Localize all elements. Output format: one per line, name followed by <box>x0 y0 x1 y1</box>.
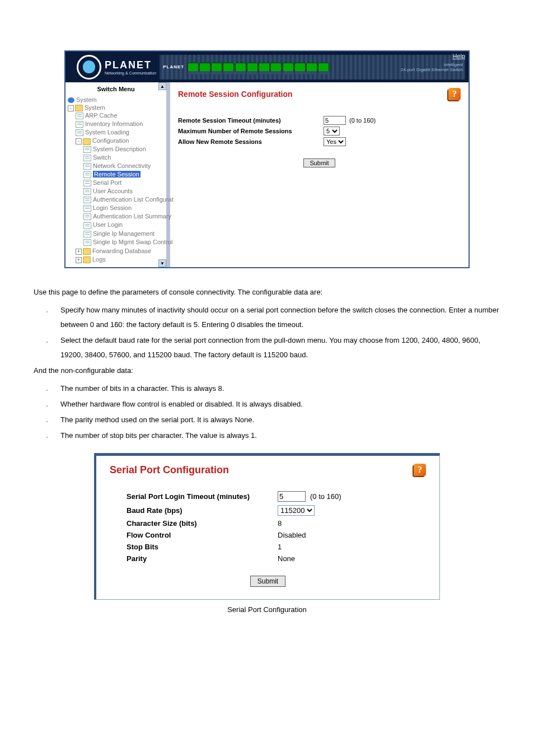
scroll-up-icon[interactable]: ▲ <box>158 82 166 90</box>
timeout-input[interactable] <box>278 491 306 502</box>
flow-label: Flow Control <box>110 531 278 539</box>
logo-subtext: Networking & Communication <box>105 71 156 75</box>
page-title: Remote Session Configuration <box>178 90 293 99</box>
flow-value: Disabled <box>278 531 306 539</box>
tree-forwarding-db[interactable]: +Forwarding Database <box>76 247 165 255</box>
tree-logs[interactable]: +Logs <box>76 255 165 264</box>
intro-text: Use this page to define the parameters o… <box>34 285 500 300</box>
globe-icon <box>77 55 101 80</box>
tree-single-ip-swap[interactable]: Single Ip Mgmt Swap Control <box>83 238 165 246</box>
tree-label: System Description <box>93 146 146 152</box>
tree-remote-session[interactable]: Remote Session <box>83 170 165 179</box>
tree-label: ARP Cache <box>85 112 117 119</box>
bullet-icon: ◦ <box>34 333 60 362</box>
help-icon[interactable]: ? <box>448 88 461 100</box>
nonconfig-item: Whether hardware flow control is enabled… <box>60 397 500 412</box>
switch-menu-title: Switch Menu <box>67 85 165 96</box>
timeout-range: (0 to 160) <box>349 117 376 124</box>
tree-system-description[interactable]: System Description <box>83 145 165 153</box>
bullet-icon: ◦ <box>34 381 60 396</box>
tree-configuration[interactable]: -Configuration System Description Switch… <box>76 137 165 246</box>
port-icon <box>199 63 210 72</box>
sidebar: ▲ Switch Menu System -System ARP Cache I… <box>65 82 170 267</box>
tree-inventory[interactable]: Inventory Information <box>76 120 165 128</box>
configurable-item: Select the default baud rate for the ser… <box>60 333 500 362</box>
tree-label: Authentication List Configurat <box>93 196 174 203</box>
nonconfig-intro: And the non-configurable data: <box>34 363 500 378</box>
baud-label: Baud Rate (bps) <box>110 506 278 515</box>
allow-new-select[interactable]: Yes <box>324 137 346 146</box>
folder-icon <box>83 138 91 145</box>
tree-label: Serial Port <box>93 179 121 186</box>
tree-system-loading[interactable]: System Loading <box>76 128 165 137</box>
timeout-input[interactable] <box>324 116 346 125</box>
doc-icon <box>83 171 91 178</box>
parity-label: Parity <box>110 554 278 563</box>
baud-select[interactable]: 115200 <box>278 505 315 516</box>
tree-label: Authentication List Summary <box>93 213 171 220</box>
nonconfig-item: The number of bits in a character. This … <box>60 381 500 396</box>
max-sessions-select[interactable]: 5 <box>324 127 340 136</box>
doc-icon <box>83 180 91 186</box>
tree-system-root[interactable]: System <box>68 96 165 104</box>
expand-icon[interactable]: + <box>76 257 82 263</box>
tree-label: System Loading <box>85 129 129 136</box>
tree-switch[interactable]: Switch <box>83 153 165 162</box>
port-icon <box>223 63 234 72</box>
port-icon <box>283 63 294 72</box>
collapse-icon[interactable]: - <box>76 138 82 144</box>
tree-network-connectivity[interactable]: Network Connectivity <box>83 162 165 170</box>
device-label-line2: 24-port Gigabit Ethernet Switch <box>401 67 463 72</box>
help-link[interactable]: Help <box>452 53 465 59</box>
parity-value: None <box>278 554 295 563</box>
planet-logo: PLANET Networking & Communication <box>65 55 156 80</box>
doc-icon <box>83 205 91 212</box>
mini-logo-text: PLANET <box>163 64 184 69</box>
submit-button[interactable]: Submit <box>303 158 335 167</box>
tree-label-selected: Remote Session <box>93 171 140 178</box>
help-icon[interactable]: ? <box>414 464 426 476</box>
port-icon <box>235 63 246 72</box>
doc-icon <box>83 163 91 170</box>
submit-button[interactable]: Submit <box>250 576 285 587</box>
bullet-icon: ◦ <box>34 428 60 443</box>
port-icon <box>318 63 329 72</box>
scroll-down-icon[interactable]: ▼ <box>158 259 166 267</box>
expand-icon[interactable]: + <box>76 249 82 255</box>
tree-login-session[interactable]: Login Session <box>83 204 165 212</box>
app-header: PLANET Networking & Communication PLANET… <box>65 52 469 82</box>
port-icon <box>247 63 258 72</box>
tree-label: System <box>85 104 105 111</box>
logo-text: PLANET <box>105 59 156 71</box>
doc-icon <box>83 239 91 246</box>
doc-icon <box>83 146 91 153</box>
tree-label: Logs <box>92 256 106 263</box>
tree-auth-list-config[interactable]: Authentication List Configurat <box>83 195 165 204</box>
serial-port-window: Serial Port Configuration ? Serial Port … <box>94 453 440 600</box>
nav-tree: System -System ARP Cache Inventory Infor… <box>67 96 165 264</box>
stop-bits-value: 1 <box>278 543 282 551</box>
tree-serial-port[interactable]: Serial Port <box>83 179 165 187</box>
tree-user-accounts[interactable]: User Accounts <box>83 187 165 195</box>
tree-label: Network Connectivity <box>93 162 151 169</box>
tree-label: Single Ip Mgmt Swap Control <box>93 239 172 245</box>
bullet-icon: ◦ <box>34 303 60 332</box>
figure-caption: Serial Port Configuration <box>34 605 500 614</box>
tree-user-login[interactable]: User Login <box>83 221 165 229</box>
doc-icon <box>83 213 91 220</box>
page-title: Serial Port Configuration <box>110 464 229 476</box>
tree-single-ip[interactable]: Single Ip Management <box>83 230 165 238</box>
tree-label: Single Ip Management <box>93 230 154 237</box>
collapse-icon[interactable]: - <box>68 105 74 111</box>
tree-arp[interactable]: ARP Cache <box>76 111 165 120</box>
tree-label: Login Session <box>93 204 132 211</box>
timeout-label: Remote Session Timeout (minutes) <box>178 117 324 124</box>
tree-label: System <box>76 96 97 103</box>
tree-label: Inventory Information <box>85 120 143 127</box>
configurable-item: Specify how many minutes of inactivity s… <box>60 303 500 332</box>
tree-label: User Accounts <box>93 188 133 194</box>
bullet-icon: ◦ <box>34 413 60 427</box>
tree-system[interactable]: -System ARP Cache Inventory Information … <box>68 104 165 264</box>
tree-auth-list-summary[interactable]: Authentication List Summary <box>83 212 165 221</box>
doc-icon <box>76 129 83 136</box>
